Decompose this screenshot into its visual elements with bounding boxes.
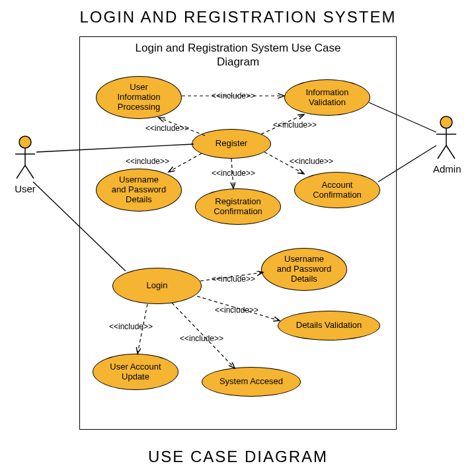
usecase-user-info-processing: UserInformationProcessing [96, 76, 182, 119]
usecase-label: InformationValidation [305, 88, 348, 108]
usecase-information-validation: InformationValidation [284, 79, 370, 116]
stereotype-include: <<include>> [126, 157, 169, 166]
usecase-label: Details Validation [296, 321, 362, 331]
stick-figure-icon [12, 136, 38, 182]
usecase-registration-confirmation: RegistrationConfirmation [195, 188, 281, 225]
stereotype-include: <<include>> [109, 322, 153, 331]
stereotype-include: <<include>> [180, 334, 223, 343]
usecase-label: Usernameand PasswordDetails [112, 175, 166, 205]
usecase-label: User AccountUpdate [110, 362, 161, 382]
stereotype-include: <<include>> [145, 124, 189, 133]
stereotype-include: <<include>> [212, 169, 255, 178]
usecase-label: UserInformationProcessing [117, 83, 160, 112]
svg-point-5 [440, 116, 452, 128]
usecase-label: Usernameand PasswordDetails [277, 255, 331, 284]
usecase-login: Login [112, 268, 202, 304]
usecase-username-password-2: Usernameand PasswordDetails [261, 248, 347, 291]
usecase-username-password-1: Usernameand PasswordDetails [96, 169, 182, 212]
svg-line-9 [446, 145, 455, 159]
stereotype-include: <<include>> [215, 305, 258, 315]
actor-admin-label: Admin [433, 163, 459, 175]
usecase-label: RegistrationConfirmation [214, 197, 262, 217]
usecase-register: Register [192, 129, 271, 159]
page-subtitle: USE CASE DIAGRAM [0, 448, 476, 466]
usecase-label: Login [147, 281, 168, 291]
svg-line-4 [25, 165, 34, 178]
usecase-details-validation: Details Validation [278, 311, 380, 340]
svg-line-3 [17, 165, 25, 178]
system-label: Login and Registration System Use Case D… [80, 37, 396, 73]
usecase-label: System Accesed [219, 377, 283, 387]
stereotype-include: <<include>> [212, 91, 255, 100]
stereotype-include: <<include>> [212, 274, 255, 284]
stereotype-include: <<include>> [290, 157, 333, 166]
stereotype-include: <<include>> [273, 120, 317, 130]
usecase-system-accessed: System Accesed [202, 367, 301, 397]
svg-line-8 [438, 145, 446, 159]
usecase-user-account-update: User AccountUpdate [93, 354, 178, 390]
svg-point-0 [19, 136, 31, 148]
actor-user-label: User [12, 183, 38, 194]
actor-admin: Admin [433, 116, 459, 175]
page-title: LOGIN AND REGISTRATION SYSTEM [0, 0, 476, 26]
usecase-label: AccountConfirmation [313, 180, 362, 200]
usecase-account-confirmation: AccountConfirmation [294, 172, 380, 208]
stick-figure-icon [433, 116, 459, 162]
usecase-label: Register [216, 139, 247, 149]
actor-user: User [12, 136, 38, 194]
